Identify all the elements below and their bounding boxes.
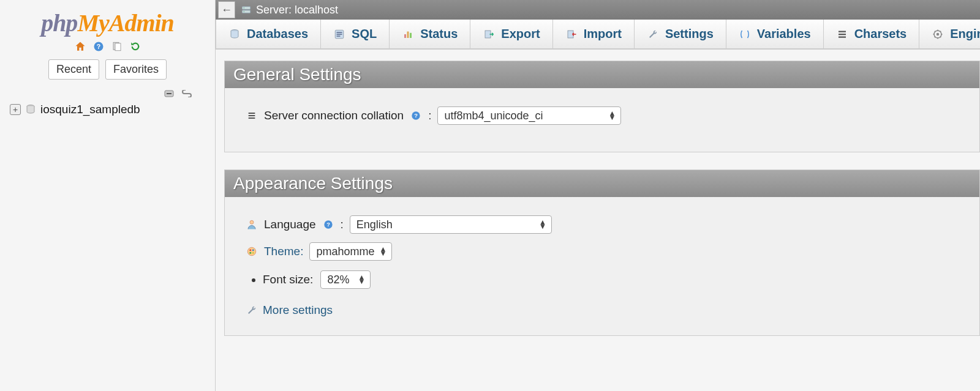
- database-icon: [24, 103, 37, 116]
- logo-part-admin: Admin: [109, 9, 174, 37]
- chevron-updown-icon: ▲▼: [358, 275, 365, 284]
- phpmyadmin-logo[interactable]: phpMyAdmin: [41, 9, 174, 37]
- svg-rect-13: [404, 34, 406, 38]
- collapse-all-icon[interactable]: [164, 88, 176, 99]
- collation-row: Server connection collation ? : utf8mb4_…: [246, 106, 959, 125]
- colon: :: [428, 109, 431, 122]
- fontsize-label: Font size:: [263, 273, 313, 286]
- variables-icon: [739, 28, 751, 40]
- engines-icon: [932, 28, 944, 40]
- recent-tab[interactable]: Recent: [48, 59, 99, 80]
- sql-icon: [333, 28, 345, 40]
- database-name: iosquiz1_sampledb: [40, 103, 140, 116]
- svg-point-9: [244, 7, 245, 9]
- theme-select[interactable]: pmahomme ▲▼: [309, 242, 392, 261]
- tree-toolbar: [0, 88, 215, 103]
- tab-sql[interactable]: SQL: [321, 20, 390, 49]
- chevron-updown-icon: ▲▼: [380, 247, 387, 256]
- expand-icon[interactable]: +: [10, 104, 21, 115]
- language-row: Language ? : English ▲▼: [246, 215, 959, 234]
- favorites-tab[interactable]: Favorites: [105, 59, 167, 80]
- docs-icon[interactable]: [110, 40, 124, 53]
- topbar: ← Server: localhost: [216, 0, 980, 20]
- chevron-updown-icon: ▲▼: [609, 111, 616, 120]
- language-icon: [246, 218, 258, 231]
- svg-rect-7: [242, 7, 251, 10]
- wrench-icon: [647, 28, 659, 40]
- server-icon: [240, 4, 252, 16]
- tab-databases[interactable]: Databases: [216, 20, 321, 49]
- colon: :: [341, 218, 344, 231]
- svg-rect-15: [410, 32, 412, 37]
- tab-label: Engines: [950, 27, 980, 41]
- database-tree: + iosquiz1_sampledb: [0, 103, 215, 116]
- charsets-icon: [836, 28, 848, 40]
- theme-icon: [246, 245, 258, 258]
- help-icon[interactable]: ?: [410, 110, 422, 122]
- svg-text:?: ?: [326, 222, 330, 228]
- tab-label: Settings: [665, 27, 714, 41]
- svg-point-10: [244, 11, 245, 12]
- database-item[interactable]: + iosquiz1_sampledb: [10, 103, 205, 116]
- main: ← Server: localhost Databases SQL Status…: [216, 0, 980, 391]
- tab-label: Variables: [757, 27, 811, 41]
- svg-rect-8: [242, 10, 251, 13]
- help-icon[interactable]: ?: [322, 218, 334, 231]
- help-icon[interactable]: ?: [92, 40, 105, 53]
- language-select[interactable]: English ▲▼: [350, 215, 552, 234]
- fontsize-value: 82%: [327, 274, 349, 286]
- top-tabs: Databases SQL Status Export Import Setti…: [216, 20, 980, 50]
- collation-label: Server connection collation: [264, 109, 404, 122]
- database-icon: [228, 28, 241, 40]
- collation-select[interactable]: utf8mb4_unicode_ci ▲▼: [437, 106, 621, 125]
- tab-status[interactable]: Status: [390, 20, 470, 49]
- tab-label: Databases: [247, 27, 308, 41]
- wrench-icon: [246, 304, 258, 316]
- tab-engines[interactable]: Engines: [919, 20, 980, 49]
- tab-label: Export: [501, 27, 540, 41]
- more-settings-link[interactable]: More settings: [263, 303, 333, 317]
- tab-export[interactable]: Export: [470, 20, 552, 49]
- list-icon: [246, 110, 258, 122]
- svg-rect-3: [115, 43, 121, 51]
- import-icon: [565, 28, 578, 40]
- svg-text:?: ?: [414, 113, 418, 119]
- export-icon: [483, 28, 495, 40]
- theme-label[interactable]: Theme:: [264, 245, 303, 258]
- refresh-icon[interactable]: [129, 40, 142, 53]
- back-button[interactable]: ←: [218, 1, 235, 18]
- recent-favorites-tabs: Recent Favorites: [48, 59, 167, 80]
- panel-title: Appearance Settings: [225, 170, 979, 197]
- svg-point-26: [249, 249, 251, 251]
- svg-point-25: [247, 247, 256, 256]
- status-icon: [402, 28, 414, 40]
- fontsize-row: Font size: 82% ▲▼: [263, 270, 959, 289]
- svg-point-29: [252, 252, 254, 254]
- collation-value: utf8mb4_unicode_ci: [444, 110, 543, 122]
- tab-variables[interactable]: Variables: [726, 20, 824, 49]
- home-icon[interactable]: [74, 40, 87, 53]
- tab-charsets[interactable]: Charsets: [824, 20, 920, 49]
- svg-point-19: [937, 32, 940, 35]
- appearance-settings-panel: Appearance Settings Language ? : English…: [224, 169, 980, 336]
- theme-value: pmahomme: [316, 245, 374, 258]
- language-value: English: [356, 218, 393, 231]
- link-icon[interactable]: [181, 88, 193, 99]
- tab-label: Status: [420, 27, 458, 41]
- svg-text:?: ?: [96, 43, 100, 50]
- chevron-updown-icon: ▲▼: [539, 220, 546, 229]
- tab-settings[interactable]: Settings: [635, 20, 726, 49]
- logo-part-my: My: [77, 9, 108, 37]
- svg-rect-14: [407, 31, 409, 38]
- logo-part-php: php: [41, 9, 77, 37]
- tab-label: Charsets: [854, 27, 907, 41]
- tab-label: Import: [584, 27, 622, 41]
- content: General Settings Server connection colla…: [216, 50, 980, 336]
- panel-title: General Settings: [225, 61, 979, 88]
- more-settings-row: More settings: [246, 303, 959, 317]
- tab-label: SQL: [352, 27, 377, 41]
- fontsize-select[interactable]: 82% ▲▼: [320, 270, 371, 289]
- tab-import[interactable]: Import: [553, 20, 635, 49]
- sidebar: phpMyAdmin ? Recent Favorites +: [0, 0, 216, 391]
- server-label: Server: localhost: [256, 4, 338, 17]
